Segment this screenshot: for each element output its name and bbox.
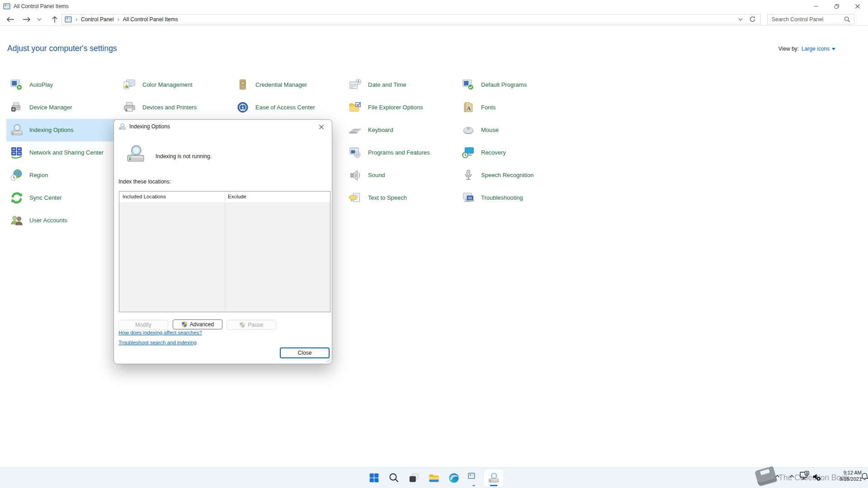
cp-item-sync-center[interactable]: Sync Center [6, 187, 117, 209]
modify-button[interactable]: Modify [118, 320, 168, 330]
indexing-help-link[interactable]: How does indexing affect searches? [118, 330, 202, 335]
cp-item-device-manager[interactable]: Device Manager [6, 96, 117, 119]
page-title: Adjust your computer's settings [7, 44, 117, 53]
cp-item-label: Text to Speech [368, 194, 409, 202]
search-input[interactable] [768, 16, 844, 23]
uac-shield-icon-disabled [239, 322, 245, 328]
chevron-down-icon [832, 48, 835, 50]
tray-chevron-up-icon[interactable] [774, 473, 781, 479]
edge-icon [448, 472, 460, 484]
start-button[interactable] [364, 469, 384, 487]
cp-item-color-management[interactable]: Color Management [119, 74, 230, 96]
device-manager-icon [10, 101, 24, 114]
cp-item-label: Date and Time [368, 81, 408, 89]
minimize-button[interactable] [806, 0, 826, 13]
cp-item-keyboard[interactable]: Keyboard [345, 119, 455, 141]
date-time-icon [349, 78, 362, 92]
cp-item-troubleshooting[interactable]: Troubleshooting [458, 187, 568, 209]
indexing-options-button[interactable] [484, 469, 504, 487]
edge-button[interactable] [444, 469, 464, 487]
close-button[interactable] [847, 0, 868, 13]
close-dialog-button[interactable]: Close [280, 347, 330, 358]
taskview-icon [408, 472, 420, 484]
cp-item-date-and-time[interactable]: Date and Time [345, 74, 455, 96]
cp-item-mouse[interactable]: Mouse [458, 119, 568, 141]
cp-item-user-accounts[interactable]: User Accounts [6, 209, 117, 232]
taskbar [0, 467, 868, 488]
view-by-value: Large icons [802, 46, 830, 52]
color-management-icon [123, 78, 137, 92]
tray-time: 9:12 AM [826, 470, 862, 476]
resize-grip[interactable] [326, 358, 330, 362]
forward-button[interactable] [20, 14, 33, 25]
search-button[interactable] [384, 469, 404, 487]
column-included-locations[interactable]: Included Locations [123, 194, 166, 199]
region-icon [10, 169, 24, 182]
cp-item-sound[interactable]: Sound [345, 164, 455, 187]
breadcrumb-control-panel[interactable]: Control Panel [81, 16, 114, 23]
cp-item-region[interactable]: Region [6, 164, 117, 187]
cp-item-network-and-sharing-center[interactable]: Network and Sharing Center [6, 141, 117, 164]
control-panel-button[interactable] [464, 469, 484, 487]
cp-item-credential-manager[interactable]: Credential Manager [232, 74, 343, 96]
modify-label: Modify [135, 322, 151, 328]
cp-item-file-explorer-options[interactable]: File Explorer Options [345, 96, 455, 119]
tray-monitor-icon[interactable]: 8 [799, 471, 809, 480]
cp-item-autoplay[interactable]: AutoPlay [6, 74, 117, 96]
cp-item-text-to-speech[interactable]: Text to Speech [345, 187, 455, 209]
tray-chevron-up-icon-2[interactable] [788, 473, 795, 479]
refresh-icon[interactable] [749, 16, 756, 23]
cp-column-5: Default ProgramsAFontsMouseRecoverySpeec… [458, 74, 568, 209]
cp-item-label: Device Manager [29, 104, 74, 111]
cp-column-2: Color ManagementDevices and Printers [119, 74, 230, 119]
cp-item-default-programs[interactable]: Default Programs [458, 74, 568, 96]
up-button[interactable] [48, 14, 61, 25]
keyboard-icon [349, 123, 362, 137]
address-bar[interactable]: › Control Panel › All Control Panel Item… [61, 14, 761, 24]
task-view-button[interactable] [404, 469, 424, 487]
programs-icon [349, 146, 362, 160]
cp-item-indexing-options[interactable]: Indexing Options [6, 119, 117, 141]
cp-item-label: Keyboard [368, 127, 395, 134]
active-indicator [490, 485, 498, 486]
ease-access-icon [236, 101, 250, 114]
cp-item-programs-and-features[interactable]: Programs and Features [345, 141, 455, 164]
view-by-dropdown[interactable]: Large icons [802, 46, 835, 52]
notification-bell-icon[interactable] [860, 472, 868, 481]
tb-search-icon [388, 472, 400, 484]
dialog-titlebar[interactable]: Indexing Options [114, 120, 332, 133]
restore-button[interactable] [826, 0, 847, 13]
pause-button[interactable]: Pause [226, 320, 276, 330]
tray-volume-mute-icon[interactable] [812, 472, 821, 481]
window-title: All Control Panel Items [14, 3, 69, 9]
sound-icon [349, 169, 362, 182]
recent-pages-dropdown[interactable] [35, 14, 43, 25]
dialog-close-icon[interactable] [311, 120, 331, 133]
tray-clock[interactable]: 9:12 AM 9/18/2021 [826, 470, 862, 482]
sync-icon [10, 191, 24, 205]
cp-item-label: Fonts [481, 104, 498, 111]
cp-item-speech-recognition[interactable]: Speech Recognition [458, 164, 568, 187]
cp-item-fonts[interactable]: AFonts [458, 96, 568, 119]
advanced-button[interactable]: Advanced [173, 319, 222, 329]
address-dropdown-icon[interactable] [738, 18, 743, 21]
cp-item-label: User Accounts [29, 217, 69, 224]
indexing-icon [488, 472, 500, 484]
column-exclude[interactable]: Exclude [228, 194, 246, 199]
search-box[interactable] [767, 14, 854, 24]
cp-item-label: File Explorer Options [368, 104, 425, 111]
back-button[interactable] [4, 14, 17, 25]
indexing-icon [10, 123, 24, 137]
indexed-locations-list[interactable]: Included Locations Exclude [119, 191, 330, 312]
cp-item-devices-and-printers[interactable]: Devices and Printers [119, 96, 230, 119]
cp-item-label: Programs and Features [368, 149, 432, 156]
search-icon[interactable] [844, 16, 850, 23]
cp-item-ease-of-access-center[interactable]: Ease of Access Center [232, 96, 343, 119]
column-divider[interactable] [225, 193, 225, 202]
tts-icon [349, 191, 362, 205]
file-explorer-button[interactable] [424, 469, 444, 487]
breadcrumb-all-items[interactable]: All Control Panel Items [123, 16, 178, 23]
troubleshoot-link[interactable]: Troubleshoot search and indexing [118, 340, 197, 345]
cp-item-recovery[interactable]: Recovery [458, 141, 568, 164]
svg-text:A: A [467, 105, 471, 112]
